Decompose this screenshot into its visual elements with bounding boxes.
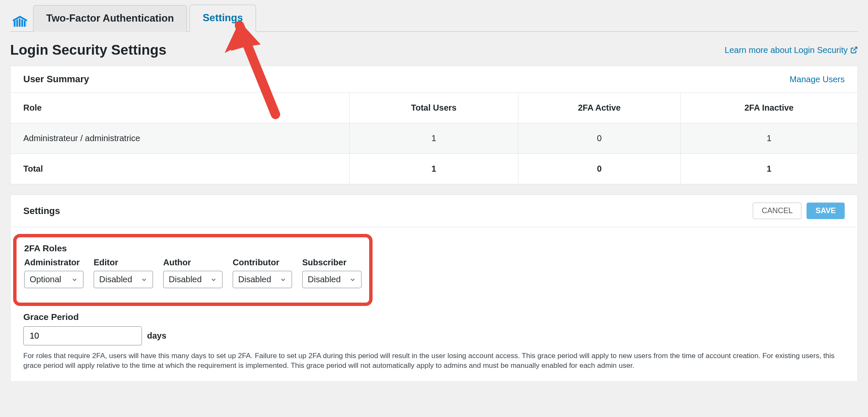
role-author: Author Disabled [163,258,223,288]
chevron-down-icon [210,276,217,283]
tab-bar: Two-Factor Authentication Settings [10,4,858,32]
tab-settings[interactable]: Settings [189,5,256,32]
cell-total: 1 [349,123,518,154]
roles-row: Administrator Optional Editor Disabled [24,258,362,288]
select-value: Disabled [238,275,271,284]
role-editor-select[interactable]: Disabled [94,271,153,288]
grace-period-title: Grace Period [23,312,845,322]
wordfence-logo-icon [10,13,30,30]
select-value: Disabled [169,275,202,284]
page-title: Login Security Settings [10,42,167,58]
settings-title: Settings [23,206,60,217]
cell-total-sum: 1 [349,154,518,184]
role-author-select[interactable]: Disabled [163,271,223,288]
grace-period-unit: days [147,331,167,341]
tab-label: Two-Factor Authentication [46,12,174,24]
select-value: Optional [30,275,61,284]
svg-rect-3 [22,19,23,27]
select-value: Disabled [99,275,132,284]
role-subscriber: Subscriber Disabled [302,258,362,288]
role-label: Subscriber [302,258,362,267]
user-summary-title: User Summary [23,74,89,85]
role-subscriber-select[interactable]: Disabled [302,271,362,288]
chevron-down-icon [141,276,147,283]
learn-more-label: Learn more about Login Security [725,45,848,55]
chevron-down-icon [71,276,78,283]
manage-users-link[interactable]: Manage Users [790,75,845,84]
cell-total-label: Total [11,154,349,184]
svg-rect-0 [14,21,16,27]
cell-role: Administrateur / administratrice [11,123,349,154]
col-role: Role [11,93,349,123]
external-link-icon [850,46,858,54]
user-summary-panel: User Summary Manage Users Role Total Use… [10,66,858,184]
role-administrator-select[interactable]: Optional [24,271,83,288]
grace-period-input[interactable] [23,326,142,345]
learn-more-link[interactable]: Learn more about Login Security [725,45,858,55]
table-row: Administrateur / administratrice 1 0 1 [11,123,857,154]
table-row-total: Total 1 0 1 [11,154,857,184]
cancel-button[interactable]: CANCEL [753,203,801,219]
col-total-users: Total Users [349,93,518,123]
chevron-down-icon [349,276,356,283]
col-2fa-active: 2FA Active [518,93,681,123]
chevron-down-icon [280,276,287,283]
select-value: Disabled [308,275,341,284]
cell-inactive: 1 [680,123,857,154]
grace-period-help-text: For roles that require 2FA, users will h… [23,351,845,371]
user-summary-table: Role Total Users 2FA Active 2FA Inactive… [11,93,857,184]
col-2fa-inactive: 2FA Inactive [680,93,857,123]
tab-label: Settings [203,12,243,23]
roles-section-title: 2FA Roles [24,243,362,253]
settings-panel: Settings CANCEL SAVE 2FA Roles Administr… [10,195,858,381]
svg-line-5 [854,47,857,50]
svg-rect-2 [19,19,21,27]
cell-active: 0 [518,123,681,154]
role-editor: Editor Disabled [94,258,153,288]
cell-inactive-sum: 1 [680,154,857,184]
role-label: Author [163,258,223,267]
annotation-highlight-box: 2FA Roles Administrator Optional Editor … [13,234,373,306]
save-button[interactable]: SAVE [807,203,845,219]
role-label: Contributor [233,258,292,267]
role-administrator: Administrator Optional [24,258,83,288]
tab-two-factor-authentication[interactable]: Two-Factor Authentication [33,5,187,32]
role-label: Administrator [24,258,83,267]
title-row: Login Security Settings Learn more about… [10,32,858,66]
svg-rect-1 [17,19,18,27]
svg-rect-4 [24,21,26,27]
role-contributor: Contributor Disabled [233,258,292,288]
role-label: Editor [94,258,153,267]
cell-active-sum: 0 [518,154,681,184]
role-contributor-select[interactable]: Disabled [233,271,292,288]
